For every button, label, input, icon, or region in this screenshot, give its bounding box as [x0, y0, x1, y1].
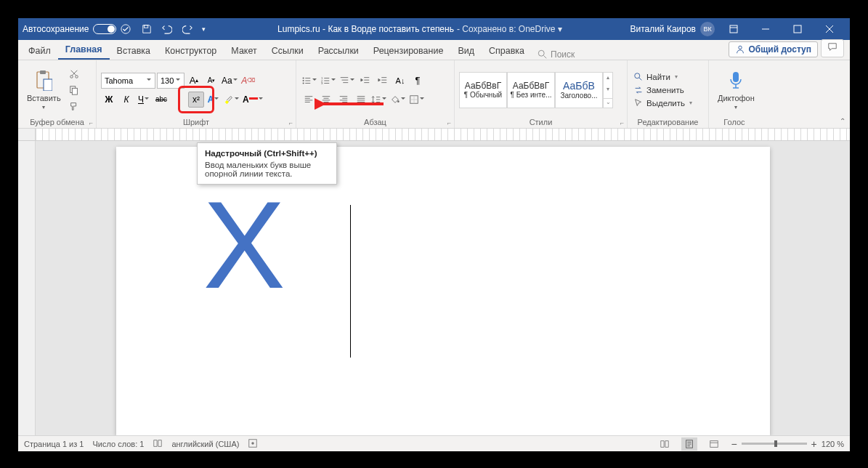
tab-help[interactable]: Справка — [482, 41, 532, 60]
tab-mailings[interactable]: Рассылки — [311, 41, 366, 60]
svg-rect-3 — [794, 25, 801, 33]
borders-button[interactable] — [408, 92, 426, 108]
shading-button[interactable] — [389, 92, 407, 108]
share-button[interactable]: Общий доступ — [729, 41, 818, 57]
search-box[interactable]: Поиск — [532, 49, 580, 60]
align-center-button[interactable] — [318, 92, 334, 108]
title-bar: Автосохранение ▾ Lumpics.ru - Как в Ворд… — [18, 18, 850, 40]
user-account[interactable]: Виталий Каиров ВК — [630, 22, 715, 36]
tab-design[interactable]: Конструктор — [158, 41, 224, 60]
autosave-label: Автосохранение — [23, 24, 89, 34]
format-painter-button[interactable] — [68, 99, 81, 113]
horizontal-ruler[interactable] — [18, 129, 850, 141]
style-heading1[interactable]: АаБбВЗаголово... — [555, 72, 603, 108]
text-effects-button[interactable]: A — [206, 92, 222, 108]
clipboard-launcher[interactable]: ⌐ — [89, 119, 93, 126]
select-button[interactable]: Выделить▾ — [632, 97, 694, 109]
styles-scroll-down[interactable]: ▾ — [604, 86, 612, 92]
font-name-combo[interactable]: Tahoma — [101, 73, 155, 89]
maximize-button[interactable] — [782, 18, 814, 40]
underline-button[interactable]: Ч — [136, 92, 152, 108]
svg-rect-12 — [72, 88, 77, 94]
status-words[interactable]: Число слов: 1 — [92, 440, 144, 448]
undo-button[interactable] — [157, 18, 177, 40]
superscript-button[interactable]: x² — [188, 92, 204, 108]
autosave-check-icon — [121, 24, 131, 34]
close-button[interactable] — [814, 18, 845, 40]
status-language[interactable]: английский (США) — [171, 440, 239, 448]
replace-button[interactable]: Заменить — [632, 84, 694, 96]
tab-file[interactable]: Файл — [21, 41, 58, 60]
tab-view[interactable]: Вид — [450, 41, 482, 60]
read-icon — [660, 439, 670, 449]
numbering-button[interactable]: 123 — [320, 73, 337, 89]
clear-format-button[interactable]: A⌫ — [240, 73, 256, 89]
strikethrough-button[interactable]: abc — [153, 92, 169, 108]
align-right-button[interactable] — [336, 92, 352, 108]
styles-expand[interactable]: ⌄ — [604, 98, 612, 105]
bullets-button[interactable] — [301, 73, 318, 89]
paste-button[interactable]: Вставить ▾ — [23, 68, 65, 112]
paragraph-launcher[interactable]: ⌐ — [447, 119, 451, 126]
tab-layout[interactable]: Макет — [224, 41, 264, 60]
font-size-combo[interactable]: 130 — [157, 73, 184, 89]
zoom-in[interactable]: + — [811, 438, 817, 450]
view-read-mode[interactable] — [657, 437, 673, 451]
change-case-button[interactable]: Aa — [221, 73, 239, 89]
font-launcher[interactable]: ⌐ — [289, 119, 293, 126]
app-window: Автосохранение ▾ Lumpics.ru - Как в Ворд… — [18, 18, 850, 451]
tab-home[interactable]: Главная — [58, 40, 110, 60]
document-page[interactable]: X — [116, 147, 770, 435]
svg-rect-8 — [44, 79, 52, 91]
autosave-toggle[interactable] — [93, 24, 116, 34]
align-left-button[interactable] — [301, 92, 317, 108]
comments-button[interactable] — [821, 39, 844, 57]
tab-insert[interactable]: Вставка — [110, 41, 158, 60]
shrink-font-button[interactable]: A▾ — [203, 73, 219, 89]
highlight-button[interactable] — [223, 92, 240, 108]
multilevel-button[interactable] — [338, 73, 356, 89]
tab-references[interactable]: Ссылки — [264, 41, 311, 60]
align-center-icon — [321, 94, 331, 105]
dictate-button[interactable]: Диктофон ▾ — [713, 68, 759, 112]
zoom-out[interactable]: − — [731, 438, 737, 450]
zoom-level[interactable]: 120 % — [822, 440, 844, 448]
zoom-slider[interactable] — [742, 443, 807, 445]
ribbon-display-options[interactable] — [718, 18, 750, 40]
svg-text:3: 3 — [321, 81, 323, 85]
show-marks-button[interactable]: ¶ — [410, 73, 426, 89]
grow-font-button[interactable]: A▴ — [186, 73, 202, 89]
status-page[interactable]: Страница 1 из 1 — [24, 440, 84, 448]
indent-decrease-button[interactable] — [357, 73, 373, 89]
sort-button[interactable]: А↓ — [392, 73, 408, 89]
cut-button[interactable] — [68, 67, 81, 81]
spacing-icon — [371, 94, 381, 105]
line-spacing-button[interactable] — [370, 92, 388, 108]
find-button[interactable]: Найти▾ — [632, 71, 694, 83]
svg-point-22 — [635, 73, 640, 78]
copy-button[interactable] — [68, 83, 81, 97]
indent-increase-button[interactable] — [375, 73, 391, 89]
macro-icon — [248, 438, 258, 448]
view-web-layout[interactable] — [706, 437, 722, 451]
qat-customize[interactable]: ▾ — [198, 18, 209, 40]
svg-rect-27 — [710, 440, 718, 447]
styles-scroll-up[interactable]: ▴ — [604, 74, 612, 81]
status-spellcheck[interactable] — [153, 438, 163, 450]
font-color-button[interactable]: A — [242, 92, 264, 108]
view-print-layout[interactable] — [681, 437, 697, 451]
justify-button[interactable] — [353, 92, 369, 108]
style-normal[interactable]: АаБбВвГ¶ Обычный — [459, 72, 507, 108]
italic-button[interactable]: К — [118, 92, 134, 108]
minimize-button[interactable] — [750, 18, 782, 40]
status-macro[interactable] — [248, 438, 258, 450]
style-no-spacing[interactable]: АаБбВвГ¶ Без инте... — [507, 72, 555, 108]
collapse-ribbon[interactable]: ⌃ — [840, 117, 845, 125]
redo-button[interactable] — [177, 18, 198, 40]
bold-button[interactable]: Ж — [101, 92, 117, 108]
styles-launcher[interactable]: ⌐ — [620, 119, 624, 126]
svg-point-16 — [303, 82, 304, 84]
vertical-ruler[interactable] — [18, 141, 36, 435]
save-button[interactable] — [137, 18, 157, 40]
tab-review[interactable]: Рецензирование — [366, 41, 451, 60]
